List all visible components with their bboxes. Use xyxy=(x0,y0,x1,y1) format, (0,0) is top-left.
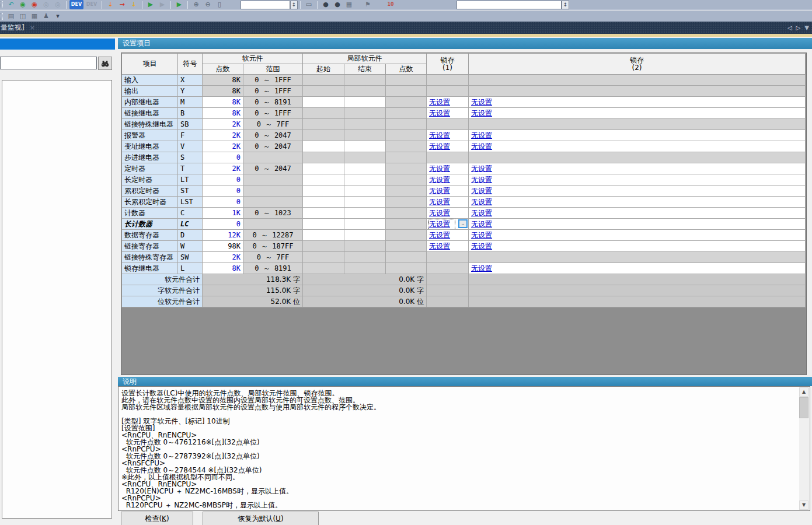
symbol-cell[interactable]: B xyxy=(178,108,203,119)
latch2-no-setting-link[interactable]: 无设置 xyxy=(471,187,492,195)
zoom-combobox-spinner[interactable]: ↕ xyxy=(290,1,298,9)
latch1-cell[interactable]: 无设置 xyxy=(427,208,469,219)
local-end-cell[interactable] xyxy=(344,219,386,230)
latch1-no-setting-link[interactable]: 无设置 xyxy=(429,142,450,150)
zoom-in-icon[interactable]: ⊕ xyxy=(191,0,201,9)
points-cell[interactable]: 8K xyxy=(203,263,243,274)
read-from-plc-icon[interactable]: → xyxy=(117,0,127,9)
latch2-no-setting-link[interactable]: 无设置 xyxy=(471,176,492,184)
latch1-no-setting-link[interactable]: 无设置 xyxy=(429,242,450,250)
local-end-cell[interactable] xyxy=(344,97,386,108)
latch2-cell[interactable]: 无设置 xyxy=(469,197,806,208)
item-cell[interactable]: 链接特殊寄存器 xyxy=(122,252,178,263)
toolbar-grip[interactable] xyxy=(1,1,3,8)
latch1-cell[interactable]: 无设置 xyxy=(427,141,469,152)
tab-scroll-right-icon[interactable]: ▷ xyxy=(796,24,801,31)
latch1-no-setting-link[interactable]: 无设置 xyxy=(429,198,450,206)
find-next-icon[interactable]: ◎ xyxy=(53,0,63,9)
latch1-cell[interactable]: 无设置 xyxy=(427,130,469,141)
points-cell[interactable]: 0 xyxy=(203,219,243,230)
zoom-out-icon[interactable]: ⊖ xyxy=(203,0,213,9)
symbol-cell[interactable]: T xyxy=(178,163,203,174)
latch1-no-setting-link[interactable]: 无设置 xyxy=(429,109,450,117)
latch2-no-setting-link[interactable]: 无设置 xyxy=(471,142,492,150)
symbol-cell[interactable]: SW xyxy=(178,252,203,263)
points-cell[interactable]: 12K xyxy=(203,230,243,241)
tab-list-menu-icon[interactable]: ▼ xyxy=(804,24,809,31)
latch2-cell[interactable]: 无设置 xyxy=(469,241,806,252)
local-start-cell[interactable] xyxy=(303,197,344,208)
latch2-cell[interactable]: 无设置 xyxy=(469,263,806,274)
device-memory-icon[interactable]: ◫ xyxy=(18,12,28,21)
simulation-step-icon[interactable]: ▶ xyxy=(174,0,184,9)
latch2-no-setting-link[interactable]: 无设置 xyxy=(471,109,492,117)
local-end-cell[interactable] xyxy=(344,186,386,197)
symbol-cell[interactable]: LT xyxy=(178,174,203,186)
toolbar-grip[interactable] xyxy=(1,13,3,20)
item-cell[interactable]: 变址继电器 xyxy=(122,141,178,152)
latch2-cell[interactable]: 无设置 xyxy=(469,208,806,219)
scrollbar-thumb[interactable] xyxy=(799,397,808,418)
description-scrollbar[interactable]: ▲ ▼ xyxy=(799,387,809,510)
local-start-cell[interactable] xyxy=(303,174,344,186)
element-list[interactable] xyxy=(2,80,112,519)
latch1-cell[interactable]: 无设置 xyxy=(427,97,469,108)
item-cell[interactable]: 长累积定时器 xyxy=(122,197,178,208)
item-cell[interactable]: 数据寄存器 xyxy=(122,230,178,241)
symbol-cell[interactable]: LST xyxy=(178,197,203,208)
points-cell[interactable]: 2K xyxy=(203,130,243,141)
points-cell[interactable]: 8K xyxy=(203,108,243,119)
symbol-cell[interactable]: F xyxy=(178,130,203,141)
latch2-cell[interactable]: 无设置 xyxy=(469,130,806,141)
latch2-no-setting-link[interactable]: 无设置 xyxy=(471,164,492,173)
latch2-cell[interactable]: 无设置 xyxy=(469,97,806,108)
device-label-on-icon[interactable]: DEV xyxy=(69,0,83,9)
fit-page-icon[interactable]: ▯ xyxy=(214,0,225,9)
local-end-cell[interactable] xyxy=(344,174,386,186)
latch1-cell[interactable]: 无设置.. xyxy=(427,219,469,230)
local-end-cell[interactable] xyxy=(344,163,386,174)
latch1-cell[interactable]: 无设置 xyxy=(427,163,469,174)
local-start-cell[interactable] xyxy=(303,208,344,219)
zoom-level-combobox[interactable] xyxy=(241,1,290,9)
check-button[interactable]: 检查(K) xyxy=(121,512,193,525)
latch2-no-setting-link[interactable]: 无设置 xyxy=(471,98,492,106)
item-cell[interactable]: 链接寄存器 xyxy=(122,241,178,252)
latch1-no-setting-link[interactable]: 无设置 xyxy=(429,220,450,228)
number-format-icon[interactable]: 10 xyxy=(384,0,398,9)
find-device-red-icon[interactable]: ◉ xyxy=(29,0,40,9)
latch2-no-setting-link[interactable]: 无设置 xyxy=(471,242,492,250)
tab-close-icon[interactable]: × xyxy=(30,24,35,32)
latch2-cell[interactable]: 无设置 xyxy=(469,141,806,152)
symbol-cell[interactable]: SB xyxy=(178,119,203,130)
latch1-no-setting-link[interactable]: 无设置 xyxy=(429,164,450,173)
latch2-cell[interactable]: 无设置 xyxy=(469,163,806,174)
symbol-cell[interactable]: X xyxy=(178,75,203,86)
points-cell[interactable]: 0 xyxy=(203,152,243,163)
local-start-cell[interactable] xyxy=(303,219,344,230)
monitor-status-1-icon[interactable]: ● xyxy=(320,0,331,9)
latch2-cell[interactable]: 无设置 xyxy=(469,219,806,230)
item-cell[interactable]: 输出 xyxy=(122,86,178,97)
latch2-cell[interactable]: 无设置 xyxy=(469,174,806,186)
latch1-no-setting-link[interactable]: 无设置 xyxy=(429,187,450,195)
restore-default-button[interactable]: 恢复为默认(U) xyxy=(203,512,319,525)
latch1-cell[interactable]: 无设置 xyxy=(427,174,469,186)
points-cell[interactable]: 0 xyxy=(203,197,243,208)
symbol-cell[interactable]: S xyxy=(178,152,203,163)
write-to-plc-icon[interactable]: ↓ xyxy=(105,0,116,9)
latch1-no-setting-link[interactable]: 无设置 xyxy=(429,131,450,139)
points-cell[interactable]: 2K xyxy=(203,163,243,174)
latch1-no-setting-link[interactable]: 无设置 xyxy=(429,231,450,239)
local-end-cell[interactable] xyxy=(344,208,386,219)
symbol-cell[interactable]: D xyxy=(178,230,203,241)
symbol-cell[interactable]: M xyxy=(178,97,203,108)
symbol-cell[interactable]: C xyxy=(178,208,203,219)
item-cell[interactable]: 输入 xyxy=(122,75,178,86)
points-cell[interactable]: 0 xyxy=(203,186,243,197)
simulation-pause-icon[interactable]: ▶ xyxy=(157,0,168,9)
latch1-cell[interactable]: 无设置 xyxy=(427,108,469,119)
symbol-cell[interactable]: LC xyxy=(178,219,203,230)
device-label-off-icon[interactable]: DEV xyxy=(85,0,99,9)
latch2-cell[interactable]: 无设置 xyxy=(469,186,806,197)
